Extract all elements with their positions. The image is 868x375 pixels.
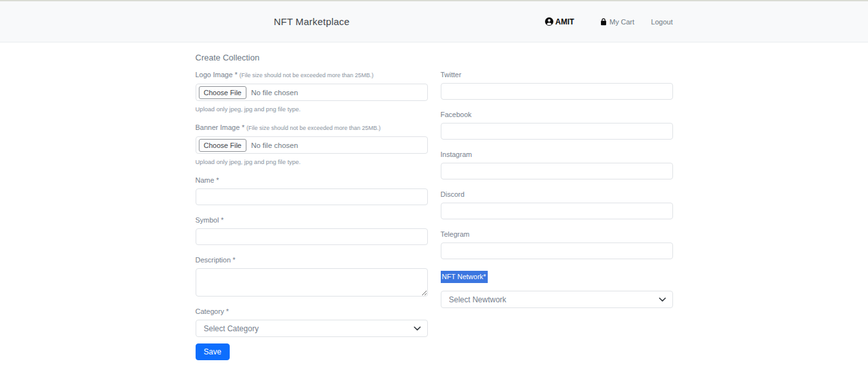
nft-network-label: NFT Network*: [441, 271, 488, 283]
my-cart-label: My Cart: [609, 18, 634, 26]
nav-user[interactable]: AMIT: [545, 17, 574, 26]
symbol-group: Symbol *: [196, 216, 428, 245]
user-name: AMIT: [555, 17, 574, 26]
discord-group: Discord: [441, 190, 673, 219]
symbol-label: Symbol *: [196, 216, 428, 224]
banner-file-input[interactable]: Choose File No file chosen: [196, 136, 428, 154]
name-group: Name *: [196, 176, 428, 205]
category-group: Category * Select Category: [196, 307, 428, 337]
page-title: Create Collection: [196, 53, 673, 62]
form-right-column: Twitter Facebook Instagram Discord Teleg…: [441, 71, 673, 360]
shopping-bag-icon: [600, 18, 607, 26]
description-group: Description *: [196, 256, 428, 297]
create-collection-page: Create Collection Logo Image * (File siz…: [196, 42, 673, 360]
telegram-group: Telegram: [441, 230, 673, 259]
category-select[interactable]: Select Category: [196, 320, 428, 337]
facebook-group: Facebook: [441, 111, 673, 140]
twitter-input[interactable]: [441, 83, 673, 100]
logo-image-label: Logo Image * (File size should not be ex…: [196, 71, 428, 80]
twitter-label: Twitter: [441, 71, 673, 79]
name-label: Name *: [196, 176, 428, 185]
save-button[interactable]: Save: [196, 343, 230, 360]
logo-file-input[interactable]: Choose File No file chosen: [196, 84, 428, 101]
description-label: Description *: [196, 256, 428, 264]
description-textarea[interactable]: [196, 268, 428, 297]
logout-label: Logout: [651, 18, 673, 26]
facebook-label: Facebook: [441, 111, 673, 119]
discord-label: Discord: [441, 190, 673, 199]
instagram-input[interactable]: [441, 163, 673, 179]
logo-image-group: Logo Image * (File size should not be ex…: [196, 71, 428, 113]
nav-links: AMIT My Cart Logout: [545, 17, 672, 26]
category-select-wrap: Select Category: [196, 320, 428, 337]
name-input[interactable]: [196, 188, 428, 205]
banner-image-group: Banner Image * (File size should not be …: [196, 123, 428, 165]
network-select-wrap: Select Newtwork: [441, 291, 673, 308]
category-label: Category *: [196, 307, 428, 316]
navbar: NFT Marketplace AMIT: [0, 0, 868, 42]
banner-choose-file-button[interactable]: Choose File: [199, 139, 247, 152]
facebook-input[interactable]: [441, 123, 673, 140]
banner-file-status: No file chosen: [251, 142, 298, 149]
instagram-label: Instagram: [441, 151, 673, 159]
person-circle-icon: [545, 17, 553, 26]
telegram-label: Telegram: [441, 230, 673, 239]
form-left-column: Logo Image * (File size should not be ex…: [196, 71, 428, 360]
nft-network-group: NFT Network* Select Newtwork: [441, 270, 673, 308]
logo-size-note: (File size should not be exceeded more t…: [239, 72, 374, 78]
logo-file-status: No file chosen: [251, 89, 298, 96]
discord-input[interactable]: [441, 203, 673, 219]
telegram-input[interactable]: [441, 242, 673, 259]
banner-helper-text: Upload only jpeg, jpg and png file type.: [196, 158, 428, 165]
banner-image-label: Banner Image * (File size should not be …: [196, 123, 428, 133]
logo-helper-text: Upload only jpeg, jpg and png file type.: [196, 105, 428, 113]
banner-size-note: (File size should not be exceeded more t…: [246, 125, 381, 131]
twitter-group: Twitter: [441, 71, 673, 100]
nav-logout[interactable]: Logout: [651, 18, 673, 26]
brand-title: NFT Marketplace: [274, 16, 350, 27]
instagram-group: Instagram: [441, 151, 673, 179]
nav-my-cart[interactable]: My Cart: [600, 18, 634, 26]
logo-choose-file-button[interactable]: Choose File: [199, 86, 247, 99]
symbol-input[interactable]: [196, 228, 428, 245]
network-select[interactable]: Select Newtwork: [441, 291, 673, 308]
